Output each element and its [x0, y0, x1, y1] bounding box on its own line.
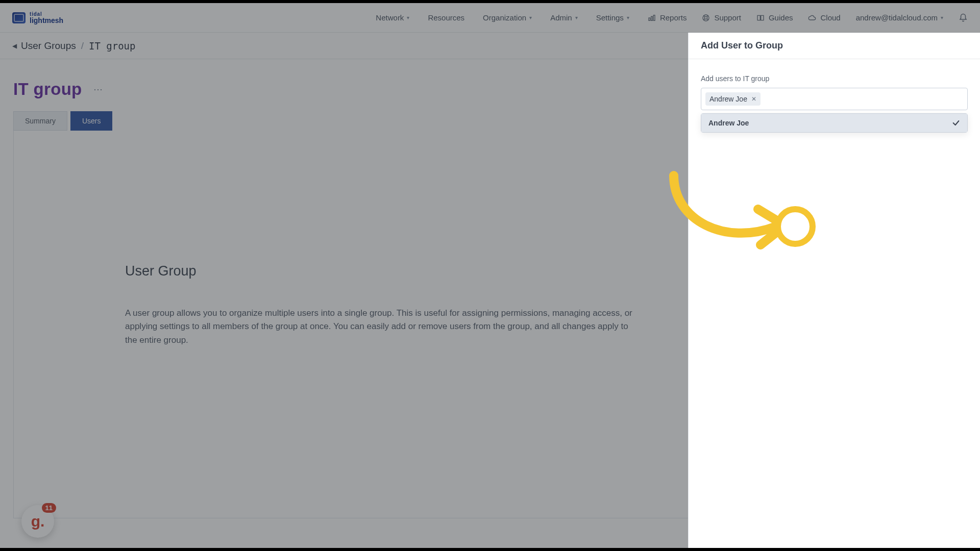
chip-label: Andrew Joe: [709, 95, 747, 103]
user-dropdown: Andrew Joe: [701, 113, 968, 133]
selected-user-chip: Andrew Joe ✕: [705, 92, 761, 106]
field-label: Add users to IT group: [701, 74, 968, 83]
add-user-sidepanel: Add User to Group Add users to IT group …: [688, 33, 980, 548]
sidepanel-body: Add users to IT group Andrew Joe ✕ Andre…: [689, 59, 980, 148]
user-multiselect[interactable]: Andrew Joe ✕: [701, 88, 968, 110]
chip-remove-icon[interactable]: ✕: [751, 95, 756, 103]
option-label: Andrew Joe: [708, 119, 749, 127]
check-icon: [952, 119, 960, 127]
dropdown-option[interactable]: Andrew Joe: [701, 114, 967, 132]
user-search-input[interactable]: [764, 93, 963, 105]
sidepanel-title: Add User to Group: [689, 33, 980, 59]
